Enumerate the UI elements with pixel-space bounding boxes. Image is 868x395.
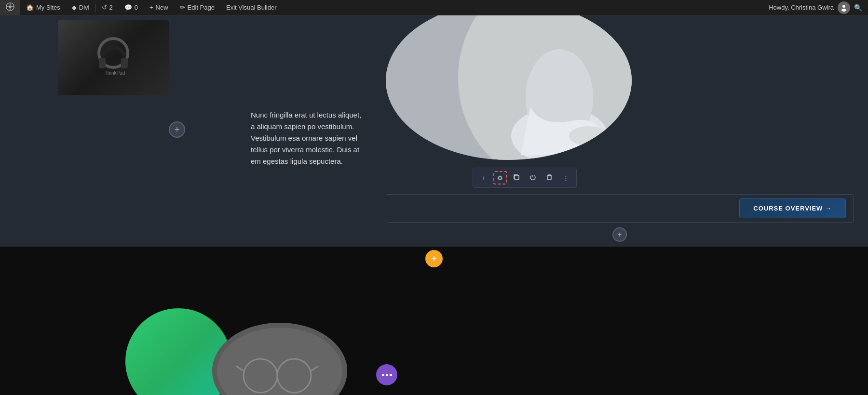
search-icon[interactable]: 🔍: [854, 4, 862, 12]
exit-visual-builder-label: Exit Visual Builder: [226, 4, 277, 11]
svg-point-6: [842, 5, 845, 8]
add-element-button[interactable]: +: [169, 121, 185, 138]
user-greeting: Howdy, Christina Gwira: [769, 4, 834, 11]
toolbar-disable-button[interactable]: [526, 171, 540, 184]
revisions-icon: ↺: [102, 4, 107, 11]
dot-3: [390, 374, 392, 376]
dot-menu-dots: [382, 374, 392, 376]
revisions-count: 2: [109, 4, 113, 11]
my-sites-menu[interactable]: 🏠 My Sites: [20, 0, 66, 15]
trash-icon: [546, 174, 553, 182]
toolbar-delete-button[interactable]: [542, 171, 556, 184]
new-label: New: [156, 4, 168, 11]
new-menu[interactable]: + New: [144, 0, 174, 15]
plus-icon: +: [175, 125, 180, 135]
left-column: ThinkPad +: [0, 15, 227, 247]
purple-dot-menu[interactable]: [376, 364, 397, 385]
module-toolbar: + ⚙: [473, 168, 577, 188]
circular-image: [386, 15, 632, 160]
svg-point-1: [9, 5, 11, 8]
toolbar-add-button[interactable]: +: [477, 171, 490, 184]
divi-menu[interactable]: ◆ Divi: [66, 0, 95, 15]
wordpress-icon: [6, 2, 14, 13]
wordpress-logo[interactable]: [0, 0, 20, 15]
edit-page-menu[interactable]: ✏ Edit Page: [174, 0, 220, 15]
toolbar-more-button[interactable]: ⋮: [559, 171, 572, 184]
svg-text:ThinkPad: ThinkPad: [105, 70, 125, 76]
middle-column: Nunc fringilla erat ut lectus aliquet, a…: [227, 15, 371, 247]
edit-icon: ✏: [180, 4, 185, 11]
headphone-image-inner: ThinkPad: [58, 20, 169, 95]
settings-icon: ⚙: [497, 174, 503, 182]
comments-menu[interactable]: 💬 0: [119, 0, 144, 15]
page-content: ThinkPad + Nunc fringilla erat ut lectus…: [0, 15, 868, 395]
toolbar-settings-button[interactable]: ⚙: [493, 171, 507, 184]
svg-rect-9: [99, 58, 106, 68]
gray-ellipse-decoration: [212, 323, 347, 395]
body-text: Nunc fringilla erat ut lectus aliquet, a…: [251, 109, 366, 167]
copy-icon: [513, 174, 520, 182]
exit-visual-builder-menu[interactable]: Exit Visual Builder: [220, 0, 283, 15]
new-icon: +: [149, 4, 153, 11]
gray-ellipse-inner: [212, 323, 347, 395]
my-sites-label: My Sites: [36, 4, 60, 11]
dot-1: [382, 374, 384, 376]
admin-bar: 🏠 My Sites ◆ Divi ↺ 2 💬 0 + New ✏ Edit P…: [0, 0, 868, 15]
headphone-image: ThinkPad: [58, 20, 169, 95]
add-row-button[interactable]: +: [612, 227, 627, 242]
button-row: COURSE OVERVIEW →: [386, 194, 854, 223]
plus-icon-section: +: [431, 253, 437, 264]
divi-icon: ◆: [72, 4, 77, 11]
add-icon: +: [482, 174, 486, 182]
edit-page-label: Edit Page: [188, 4, 215, 11]
comments-count: 0: [135, 4, 138, 11]
svg-point-17: [569, 126, 608, 145]
divi-label: Divi: [79, 4, 90, 11]
svg-rect-10: [121, 58, 128, 68]
svg-rect-19: [547, 176, 551, 180]
plus-icon-below: +: [617, 230, 622, 239]
power-icon: [529, 174, 536, 182]
comments-icon: 💬: [124, 4, 132, 11]
circular-image-inner: [386, 15, 632, 160]
more-icon: ⋮: [563, 174, 569, 182]
svg-point-7: [841, 9, 846, 12]
upper-section: ThinkPad + Nunc fringilla erat ut lectus…: [0, 15, 868, 247]
add-section-button[interactable]: +: [425, 250, 443, 267]
course-overview-label: COURSE OVERVIEW →: [753, 205, 832, 212]
right-column: + ⚙: [371, 15, 868, 247]
toolbar-copy-button[interactable]: [510, 171, 523, 184]
button-container: + ⚙: [386, 194, 854, 223]
lower-section: [0, 247, 868, 395]
svg-rect-18: [515, 175, 519, 180]
course-overview-button[interactable]: COURSE OVERVIEW →: [739, 198, 846, 218]
dot-2: [386, 374, 388, 376]
revisions-menu[interactable]: ↺ 2: [96, 0, 119, 15]
avatar[interactable]: [838, 1, 850, 14]
home-icon: 🏠: [26, 4, 34, 11]
admin-user-area: Howdy, Christina Gwira 🔍: [769, 1, 868, 14]
